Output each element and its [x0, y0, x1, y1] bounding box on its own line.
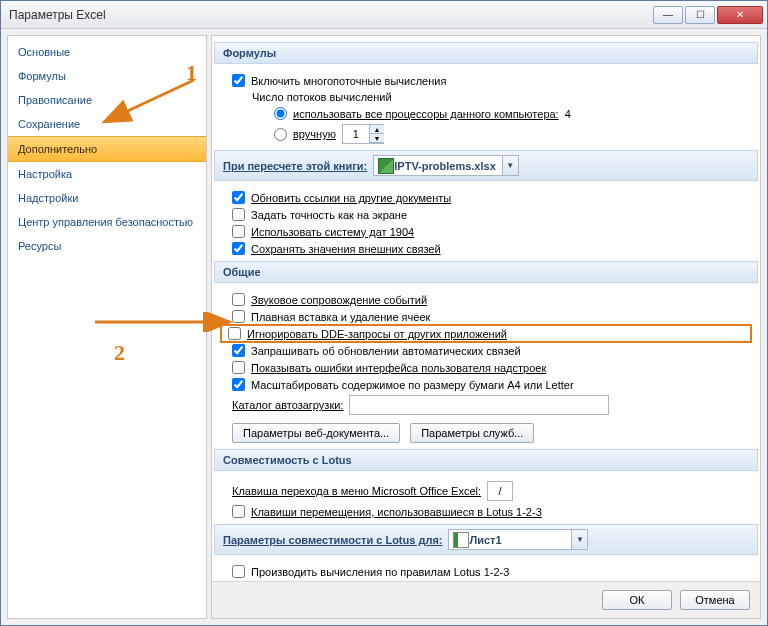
- workbook-combo[interactable]: IPTV-problems.xlsx ▼: [373, 155, 518, 176]
- close-button[interactable]: ✕: [717, 6, 763, 24]
- sheet-icon: [453, 532, 469, 548]
- annotation-number-2: 2: [114, 340, 125, 366]
- date1904-checkbox[interactable]: [232, 225, 245, 238]
- minimize-button[interactable]: —: [653, 6, 683, 24]
- cpu-count: 4: [565, 108, 571, 120]
- thread-count-spinner[interactable]: ▲▼: [342, 124, 384, 144]
- section-general: Общие: [214, 261, 758, 283]
- thread-count-input[interactable]: [343, 125, 369, 143]
- lotus-keys-checkbox[interactable]: [232, 505, 245, 518]
- multithread-label: Включить многопоточные вычисления: [251, 75, 446, 87]
- titlebar: Параметры Excel — ☐ ✕: [1, 1, 767, 29]
- options-content: Формулы Включить многопоточные вычислени…: [212, 36, 760, 581]
- lotus-keys-label: Клавиши перемещения, использовавшиеся в …: [251, 506, 542, 518]
- maximize-button[interactable]: ☐: [685, 6, 715, 24]
- spin-up-icon[interactable]: ▲: [370, 125, 384, 134]
- auto-links-checkbox[interactable]: [232, 344, 245, 357]
- ignore-dde-label: Игнорировать DDE-запросы от других прило…: [247, 328, 507, 340]
- scale-paper-label: Масштабировать содержимое по размеру бум…: [251, 379, 574, 391]
- dialog-footer: ОК Отмена: [212, 581, 760, 618]
- section-lotus-for: Параметры совместимости с Lotus для: Лис…: [214, 524, 758, 555]
- dde-option-highlighted: Игнорировать DDE-запросы от других прило…: [220, 324, 752, 343]
- service-params-button[interactable]: Параметры служб...: [410, 423, 534, 443]
- precision-label: Задать точность как на экране: [251, 209, 407, 221]
- manual-threads-radio[interactable]: [274, 128, 287, 141]
- sidebar-item-addins[interactable]: Надстройки: [8, 186, 206, 210]
- multithread-checkbox[interactable]: [232, 74, 245, 87]
- update-links-label: Обновить ссылки на другие документы: [251, 192, 451, 204]
- menu-key-label: Клавиша перехода в меню Microsoft Office…: [232, 485, 481, 497]
- cancel-button[interactable]: Отмена: [680, 590, 750, 610]
- auto-links-label: Запрашивать об обновлении автоматических…: [251, 345, 521, 357]
- window-title: Параметры Excel: [9, 8, 651, 22]
- sound-checkbox[interactable]: [232, 293, 245, 306]
- web-params-button[interactable]: Параметры веб-документа...: [232, 423, 400, 443]
- addin-err-checkbox[interactable]: [232, 361, 245, 374]
- addin-err-label: Показывать ошибки интерфейса пользовател…: [251, 362, 546, 374]
- excel-icon: [378, 158, 394, 174]
- sidebar-item-customize[interactable]: Настройка: [8, 162, 206, 186]
- date1904-label: Использовать систему дат 1904: [251, 226, 414, 238]
- ignore-dde-checkbox[interactable]: [228, 327, 241, 340]
- save-ext-checkbox[interactable]: [232, 242, 245, 255]
- startup-cat-input[interactable]: [349, 395, 609, 415]
- sidebar-item-main[interactable]: Основные: [8, 40, 206, 64]
- sidebar-item-trust[interactable]: Центр управления безопасностью: [8, 210, 206, 234]
- use-all-cpus-label: использовать все процессоры данного комп…: [293, 108, 559, 120]
- lotus-for-title: Параметры совместимости с Lotus для:: [223, 534, 442, 546]
- sidebar-item-resources[interactable]: Ресурсы: [8, 234, 206, 258]
- sheet-combo[interactable]: Лист1 ▼: [448, 529, 588, 550]
- annotation-number-1: 1: [186, 60, 197, 86]
- workbook-name: IPTV-problems.xlsx: [394, 160, 501, 172]
- menu-key-input[interactable]: [487, 481, 513, 501]
- save-ext-label: Сохранять значения внешних связей: [251, 243, 441, 255]
- section-formulas: Формулы: [214, 42, 758, 64]
- section-lotus: Совместимость с Lotus: [214, 449, 758, 471]
- smooth-label: Плавная вставка и удаление ячеек: [251, 311, 430, 323]
- sidebar-item-formulas[interactable]: Формулы: [8, 64, 206, 88]
- dropdown-icon[interactable]: ▼: [571, 530, 587, 549]
- update-links-checkbox[interactable]: [232, 191, 245, 204]
- ok-button[interactable]: ОК: [602, 590, 672, 610]
- category-sidebar: Основные Формулы Правописание Сохранение…: [7, 35, 207, 619]
- use-all-cpus-radio[interactable]: [274, 107, 287, 120]
- calc-lotus-label: Производить вычисления по правилам Lotus…: [251, 566, 509, 578]
- manual-label: вручную: [293, 128, 336, 140]
- sidebar-item-proofing[interactable]: Правописание: [8, 88, 206, 112]
- startup-cat-label: Каталог автозагрузки:: [232, 399, 343, 411]
- sheet-name: Лист1: [469, 534, 571, 546]
- precision-checkbox[interactable]: [232, 208, 245, 221]
- recalc-title: При пересчете этой книги:: [223, 160, 367, 172]
- threads-label: Число потоков вычислений: [252, 91, 392, 103]
- smooth-checkbox[interactable]: [232, 310, 245, 323]
- sidebar-item-advanced[interactable]: Дополнительно: [8, 136, 206, 162]
- dropdown-icon[interactable]: ▼: [502, 156, 518, 175]
- sidebar-item-save[interactable]: Сохранение: [8, 112, 206, 136]
- calc-lotus-checkbox[interactable]: [232, 565, 245, 578]
- section-recalc: При пересчете этой книги: IPTV-problems.…: [214, 150, 758, 181]
- scale-paper-checkbox[interactable]: [232, 378, 245, 391]
- spin-down-icon[interactable]: ▼: [370, 134, 384, 143]
- sound-label: Звуковое сопровождение событий: [251, 294, 427, 306]
